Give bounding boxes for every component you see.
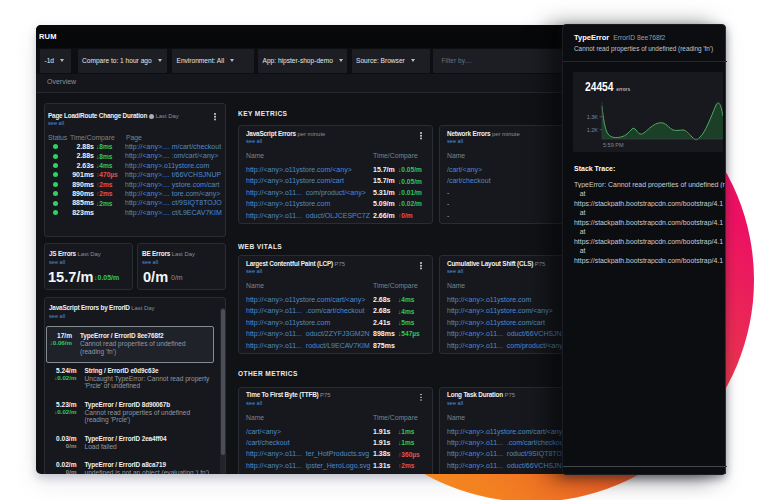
svg-text:1.2K: 1.2K [587,127,599,133]
svg-text:5:59 PM: 5:59 PM [603,142,624,148]
svg-text:1.3K: 1.3K [587,114,599,120]
